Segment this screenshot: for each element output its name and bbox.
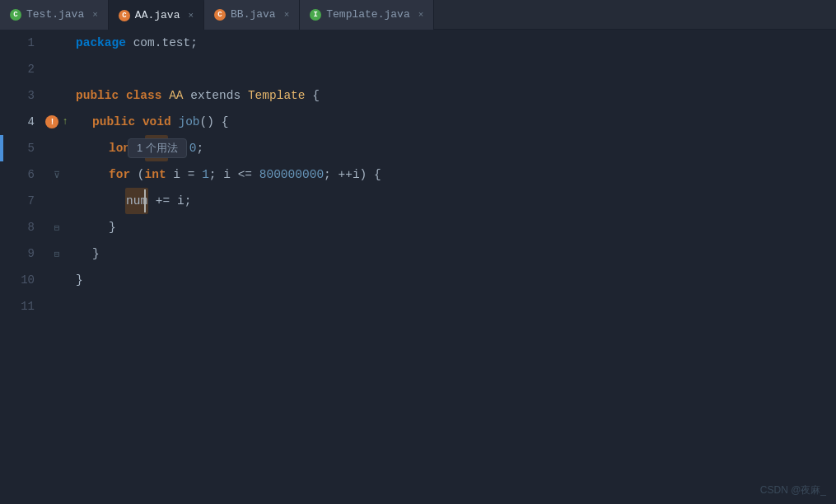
code-line-3: public class AA extends Template { [69, 82, 836, 109]
line-num-6: 6 [3, 161, 35, 188]
fold-icon-6[interactable]: ⊽ [54, 170, 60, 180]
code-line-8: } [69, 214, 836, 240]
tab-icon-test: C [10, 9, 21, 21]
gutter-2 [44, 56, 69, 82]
gutter-3 [44, 82, 69, 109]
tab-label-template: Template.java [326, 8, 409, 21]
line-num-11: 11 [3, 293, 35, 320]
tab-label-bb: BB.java [231, 8, 276, 21]
usage-tooltip[interactable]: 1 个用法 [128, 138, 187, 158]
line-num-5: 5 [3, 135, 35, 161]
tab-label-aa: AA.java [135, 9, 180, 21]
gutter-4: ! ↑ [44, 109, 69, 135]
line-num-10: 10 [3, 267, 35, 293]
line-num-8: 8 [3, 214, 35, 240]
tab-icon-template: I [310, 9, 321, 21]
code-line-7: num += i; [69, 188, 836, 214]
tab-close-test[interactable]: × [92, 10, 98, 20]
cursor-num: num [125, 188, 148, 214]
tab-template[interactable]: I Template.java × [300, 0, 434, 30]
gutter-7 [44, 188, 69, 214]
tab-bb[interactable]: C BB.java × [204, 0, 300, 30]
line-num-4: 4 [3, 109, 35, 135]
code-line-10: } [69, 267, 836, 293]
code-line-6: for (int i = 1; i <= 800000000; ++i) { [69, 161, 836, 188]
code-line-1: package com.test; [69, 30, 836, 56]
tab-icon-aa: C [119, 10, 130, 21]
tab-aa[interactable]: C AA.java × [109, 0, 204, 30]
fold-icon-9[interactable]: ⊟ [54, 249, 60, 259]
fold-icon-8[interactable]: ⊟ [54, 222, 60, 233]
watermark-text: CSDN @夜麻_ [760, 484, 826, 496]
line-num-2: 2 [3, 56, 35, 82]
code-line-9: } [69, 240, 836, 267]
line-num-1: 1 [3, 30, 35, 56]
gutter: ! ↑ ⊽ ⊟ ⊟ [44, 30, 69, 504]
tab-bar: C Test.java × C AA.java × C BB.java × I … [0, 0, 836, 30]
tab-label-test: Test.java [26, 8, 84, 21]
gutter-8: ⊟ [44, 214, 69, 240]
gutter-9: ⊟ [44, 240, 69, 267]
gutter-5 [44, 135, 69, 161]
gutter-6: ⊽ [44, 161, 69, 188]
gutter-1 [44, 30, 69, 56]
code-content[interactable]: package com.test; public class AA extend… [69, 30, 836, 504]
line-num-3: 3 [3, 82, 35, 109]
gutter-10 [44, 267, 69, 293]
editor: 1 2 3 4 5 6 7 8 9 10 11 ! ↑ ⊽ ⊟ ⊟ [0, 30, 836, 504]
tab-test[interactable]: C Test.java × [0, 0, 109, 30]
line-num-9: 9 [3, 240, 35, 267]
code-line-2 [69, 56, 836, 82]
arrow-up-icon: ↑ [62, 116, 68, 128]
tab-icon-bb: C [214, 9, 226, 21]
tab-close-aa[interactable]: × [188, 11, 194, 21]
gutter-11 [44, 293, 69, 320]
line-num-7: 7 [3, 188, 35, 214]
line-numbers: 1 2 3 4 5 6 7 8 9 10 11 [3, 30, 44, 504]
debug-breakpoint-icon[interactable]: ! [45, 115, 58, 128]
usage-tooltip-text: 1 个用法 [137, 142, 178, 154]
code-line-11 [69, 293, 836, 320]
tab-close-template[interactable]: × [418, 10, 424, 20]
code-line-4: public void job() { [69, 109, 836, 135]
tab-close-bb[interactable]: × [284, 10, 290, 20]
watermark: CSDN @夜麻_ [760, 483, 826, 497]
